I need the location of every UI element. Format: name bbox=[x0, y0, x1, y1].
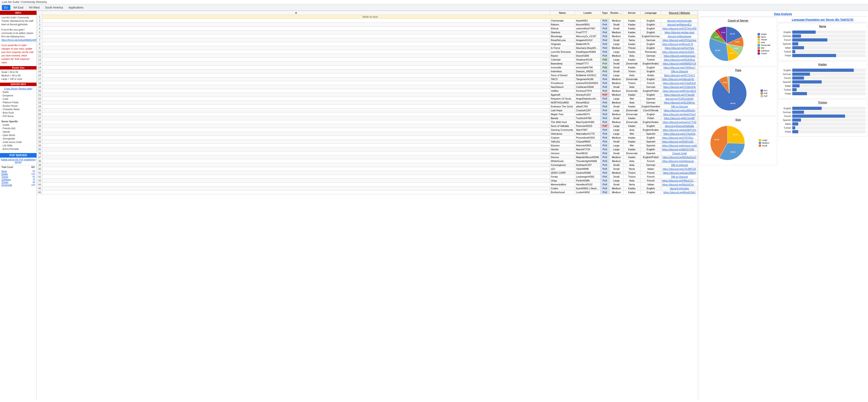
cell-blank bbox=[42, 85, 550, 89]
bar-label: German bbox=[780, 35, 792, 37]
cell-discord[interactable]: discord.gg/codex bbox=[661, 187, 698, 190]
cell-leader: Aragami#1412 bbox=[575, 38, 600, 42]
bar-label: English bbox=[780, 107, 792, 110]
cell-discord[interactable]: https://discord.gg/Hnr5JGR4Bs bbox=[661, 50, 698, 54]
cell-discord[interactable]: discord.gg/RebornEU bbox=[661, 23, 698, 27]
table-row: 44 MementoMori Heretiko#0192 PvX Small N… bbox=[37, 183, 698, 187]
cell-roster: Medium bbox=[610, 89, 623, 93]
cell-discord[interactable]: discord.gg/bloodrage bbox=[661, 34, 698, 38]
cell-server: Asta bbox=[623, 159, 641, 163]
svg-text:32.3%: 32.3% bbox=[715, 49, 720, 52]
cell-discord[interactable]: https://discord.gg/RcYayMP bbox=[661, 116, 698, 120]
cell-discord[interactable]: https://discord.gg/rpqXJz7TvD bbox=[661, 120, 698, 124]
cell-discord[interactable]: https://discord.gg/VT3pu9K bbox=[661, 93, 698, 97]
cell-roster: Large bbox=[610, 58, 623, 62]
cell-discord[interactable]: https://discord.gg/XbbvaZpDzm bbox=[661, 77, 698, 81]
bar-track bbox=[792, 46, 866, 49]
cell-discord[interactable]: https://discord.gg/MmdGSkU bbox=[661, 190, 698, 194]
cell-leader: antoine50150#0001 bbox=[575, 81, 600, 85]
cell-discord[interactable]: https://discord.gg/99s3zEXaeD bbox=[661, 183, 698, 187]
cell-discord[interactable]: https://discord.gg/WvonK78EUH bbox=[661, 42, 698, 46]
svg-text:8.4%: 8.4% bbox=[715, 36, 719, 38]
col-header-discord: Discord / Website bbox=[661, 11, 698, 15]
tab-south-america[interactable]: South America bbox=[43, 5, 65, 10]
cell-discord[interactable]: https://discord.gg/nc7rtw4Cb bbox=[661, 132, 698, 136]
cell-server: Zinnervale bbox=[623, 113, 641, 116]
cell-discord[interactable]: https://discord.gg/UYPQSsyRW3 bbox=[661, 136, 698, 140]
cell-discord[interactable]: https://discord.gg/6757jHcVR8 bbox=[661, 27, 698, 31]
cell-discord[interactable]: https://discord.gg/ft3UbuDvzQ bbox=[661, 155, 698, 159]
cell-language: English bbox=[641, 77, 661, 81]
cell-discord[interactable]: https://discord.gg/8WrSYSjBNW bbox=[661, 148, 698, 151]
cell-blank bbox=[42, 187, 550, 190]
cell-discord[interactable]: https://discord.gg/YZJ3eHQb bbox=[661, 85, 698, 89]
cell-blank bbox=[42, 183, 550, 187]
cell-roster: Medium bbox=[610, 159, 623, 163]
cell-server: Kadan bbox=[623, 58, 641, 62]
cell-name: Checkmate bbox=[550, 19, 575, 23]
table-row: 4 Ethical subvertthis#7407 PvX Small Kad… bbox=[37, 27, 698, 31]
cell-discord[interactable]: Closed Guild bbox=[661, 151, 698, 155]
cell-discord[interactable]: https://discord.gg/cCRJ8fFGiF bbox=[661, 167, 698, 171]
cell-discord[interactable]: https://discord.gg/KZPZa3Jxre bbox=[661, 38, 698, 42]
cell-blank bbox=[42, 148, 550, 151]
cell-language: Arabic bbox=[641, 73, 661, 77]
row-num-38: 38 bbox=[37, 159, 42, 163]
cell-blank bbox=[42, 124, 550, 128]
cell-discord[interactable]: https://discord.gg/whitesoulsgami bbox=[661, 159, 698, 163]
cell-discord[interactable]: discord.gg/checkmate bbox=[661, 19, 698, 23]
cell-discord[interactable]: https://discord.gg/iczW5xQn bbox=[661, 109, 698, 113]
tab-applications[interactable]: Applications bbox=[66, 5, 86, 10]
cell-discord[interactable]: https://discord.gg/ivT4sdhSvF bbox=[661, 81, 698, 85]
cell-discord[interactable]: https://discord.gg/phoenixoa bbox=[661, 54, 698, 58]
cell-discord[interactable]: https://discord.gg/XvtY5dv bbox=[661, 46, 698, 50]
sidebar-form-link[interactable]: https://forms.gle/ng6uA4MkRwjWP79 bbox=[1, 38, 35, 42]
tab-eu[interactable]: EU bbox=[2, 5, 10, 10]
cell-discord[interactable]: https://discord.gg/star-dust bbox=[661, 31, 698, 34]
cross-server-link[interactable]: Cross Server (Region wide) bbox=[1, 87, 35, 90]
cell-server: Asta bbox=[623, 179, 641, 183]
table-row: 45 Codex Kyini#0001 | Deioth#0001 PvX Me… bbox=[37, 187, 698, 190]
tab-na-east[interactable]: NA East bbox=[11, 5, 26, 10]
cell-name: ZERG CORP bbox=[550, 171, 575, 175]
cell-discord[interactable]: discord.gg/SonsofValhalla bbox=[661, 124, 698, 128]
cell-language: Spanish bbox=[641, 151, 661, 155]
cell-roster: Medium bbox=[610, 171, 623, 175]
cell-discord[interactable]: https://discord.gg/kuwCtitBkH bbox=[661, 171, 698, 175]
row-num-12: 12 bbox=[37, 58, 42, 62]
cell-discord[interactable]: DM on Discord bbox=[661, 69, 698, 73]
tab-na-west[interactable]: NA West bbox=[27, 5, 42, 10]
cell-name: Raven bbox=[550, 54, 575, 58]
cell-roster: Medium bbox=[610, 81, 623, 85]
cell-discord[interactable]: https://discord.gg/AvtXtkPVQv bbox=[661, 128, 698, 132]
row-num-34: 34 bbox=[37, 144, 42, 148]
cell-language: English bbox=[641, 190, 661, 194]
cell-discord[interactable]: https://discord.gg/HG6HEgz bbox=[661, 58, 698, 62]
bar-row: French bbox=[780, 115, 866, 118]
chart-count-server: Count of Server 18.4%9.5%8.8%11.3%32.3%8… bbox=[699, 18, 777, 66]
cell-discord[interactable]: https://discord.gg/elysium-guild bbox=[661, 144, 698, 148]
cell-discord[interactable]: https://discord.gg/3KdFmZEARi bbox=[661, 140, 698, 144]
cell-discord[interactable]: DM on Discord bbox=[661, 163, 698, 167]
cell-blank bbox=[42, 120, 550, 124]
table-row: 20 Hellfire Kortney#7979 PvX Medium Zinn… bbox=[37, 89, 698, 93]
cell-type: PvX bbox=[600, 163, 610, 167]
table-row: 34 Elysium Artemis#0001 PvX Large Wei Sp… bbox=[37, 144, 698, 148]
cell-discord[interactable]: https://discord.gg/6W6RDY24 bbox=[661, 62, 698, 66]
cell-language: German bbox=[641, 38, 661, 42]
row-num-19: 19 bbox=[37, 85, 42, 89]
cell-discord[interactable]: DM on Discord bbox=[661, 105, 698, 109]
cell-discord[interactable]: https://discord.gg/JHehQVwY bbox=[661, 113, 698, 116]
cell-leader: MaxClyde#4384 bbox=[575, 120, 600, 124]
cell-discord[interactable]: https://discord.gg/fRjv5xyMC9 bbox=[661, 89, 698, 93]
cell-discord[interactable]: https://discord.gg/SCTX4YJ bbox=[661, 73, 698, 77]
cell-discord[interactable]: https://discord.gg/zYW4hsx7 bbox=[661, 66, 698, 69]
cell-name: Banda bbox=[550, 116, 575, 120]
cell-discord[interactable]: DM on Discord bbox=[661, 175, 698, 179]
row-num-39: 39 bbox=[37, 163, 42, 167]
cell-language: Romanian bbox=[641, 50, 661, 54]
bar-fill bbox=[792, 50, 795, 53]
cell-discord[interactable]: https://discord.gg/5UZ9Kmc bbox=[661, 101, 698, 105]
cell-discord[interactable]: https://discord.gg/P8NuCQJ9rn bbox=[661, 179, 698, 183]
cell-discord[interactable]: discord.gg/7CDPu3vEbR bbox=[661, 97, 698, 101]
